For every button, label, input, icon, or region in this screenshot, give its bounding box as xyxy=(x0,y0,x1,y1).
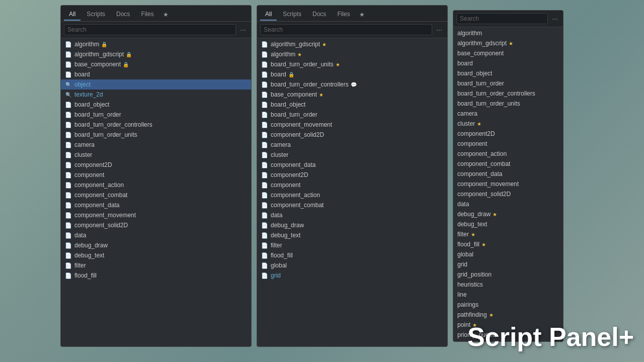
list-item[interactable]: flood_fill ★ xyxy=(453,239,563,249)
script-icon: 📄 xyxy=(65,202,72,209)
list-item[interactable]: 📄 debug_text xyxy=(61,250,251,260)
list-item[interactable]: 📄 component_data xyxy=(257,160,447,170)
list-item[interactable]: 📄 cluster xyxy=(61,150,251,160)
list-item[interactable]: 📄 component_action xyxy=(61,180,251,190)
list-item[interactable]: 📄 cluster xyxy=(257,150,447,160)
tab-docs-1[interactable]: Docs xyxy=(111,9,135,21)
list-item[interactable]: 📄 algorithm_gdscript ★ xyxy=(257,39,447,49)
list-item[interactable]: cluster ★ xyxy=(453,119,563,129)
list-item[interactable]: board xyxy=(453,58,563,68)
list-item[interactable]: 📄 component2D xyxy=(61,160,251,170)
list-item[interactable]: 📄 board 🔒 xyxy=(257,69,447,79)
list-item[interactable]: camera xyxy=(453,109,563,119)
list-item[interactable]: 📄 algorithm_gdscript 🔒 xyxy=(61,49,251,59)
list-item[interactable]: component_solid2D xyxy=(453,189,563,199)
list-item[interactable]: grid xyxy=(453,259,563,269)
list-item-texture2d[interactable]: 🔍 texture_2d xyxy=(61,89,251,100)
list-item[interactable]: algorithm xyxy=(453,28,563,38)
tab-scripts-1[interactable]: Scripts xyxy=(82,9,110,21)
list-item[interactable]: component2D xyxy=(453,129,563,139)
list-item[interactable]: component_action xyxy=(453,149,563,159)
list-item[interactable]: board_turn_order xyxy=(453,78,563,88)
list-item[interactable]: pairings xyxy=(453,300,563,310)
list-item-object[interactable]: 🔍 object xyxy=(61,79,251,89)
list-item[interactable]: grid_position xyxy=(453,269,563,280)
list-item[interactable]: 📄 board_turn_order_units ★ xyxy=(257,59,447,69)
list-item[interactable]: 📄 algorithm 🔒 xyxy=(61,39,251,49)
list-item[interactable]: 📄 filter xyxy=(257,240,447,250)
list-item[interactable]: 📄 component_solid2D xyxy=(257,130,447,140)
tab-files-1[interactable]: Files xyxy=(136,9,158,21)
list-item[interactable]: queue xyxy=(453,340,563,341)
list-item[interactable]: 📄 global xyxy=(257,260,447,270)
list-item[interactable]: 📄 board_turn_order xyxy=(61,110,251,120)
list-item[interactable]: algorithm_gdscript ★ xyxy=(453,38,563,48)
list-item[interactable]: line xyxy=(453,290,563,300)
tab-docs-2[interactable]: Docs xyxy=(307,9,331,21)
list-item[interactable]: 📄 component_movement xyxy=(61,210,251,220)
list-item[interactable]: 📄 board_turn_order_units xyxy=(61,130,251,140)
list-item[interactable]: global xyxy=(453,249,563,259)
list-item[interactable]: 📄 component_solid2D xyxy=(61,220,251,230)
panel-1-menu-btn[interactable]: ··· xyxy=(238,25,248,35)
list-item[interactable]: 📄 component xyxy=(61,170,251,180)
list-item[interactable]: base_component xyxy=(453,48,563,58)
search-input-3[interactable] xyxy=(456,13,548,24)
list-item[interactable]: component xyxy=(453,139,563,149)
panel-3: ··· algorithm algorithm_gdscript ★ base_… xyxy=(453,10,564,342)
list-item[interactable]: 📄 base_component ★ xyxy=(257,89,447,100)
list-item[interactable]: 📄 component_combat xyxy=(61,190,251,200)
list-item[interactable]: 📄 board_object xyxy=(61,100,251,110)
list-item[interactable]: 📄 filter xyxy=(61,260,251,270)
list-item[interactable]: board_turn_order_controllers xyxy=(453,88,563,99)
list-item[interactable]: board_object xyxy=(453,68,563,78)
list-item[interactable]: 📄 component_movement xyxy=(257,120,447,130)
search-input-2[interactable] xyxy=(260,24,432,35)
list-item[interactable]: 📄 component_data xyxy=(61,200,251,210)
list-item[interactable]: point ★ xyxy=(453,320,563,330)
list-item[interactable]: 📄 board xyxy=(61,69,251,79)
list-item[interactable]: 📄 component_action xyxy=(257,190,447,200)
list-item[interactable]: 📄 board_turn_order_controllers 💬 xyxy=(257,79,447,89)
list-item-grid[interactable]: 📄 grid xyxy=(257,270,447,281)
panel-3-menu-btn[interactable]: ··· xyxy=(550,14,560,24)
list-item[interactable]: heuristics xyxy=(453,280,563,290)
list-item[interactable]: debug_draw ★ xyxy=(453,209,563,219)
list-item[interactable]: priority_queue xyxy=(453,330,563,340)
list-item[interactable]: 📄 component xyxy=(257,180,447,190)
list-item[interactable]: 📄 algorithm ★ xyxy=(257,49,447,59)
list-item[interactable]: 📄 camera xyxy=(257,140,447,150)
list-item[interactable]: 📄 camera xyxy=(61,140,251,150)
list-item[interactable]: 📄 component_combat xyxy=(257,200,447,210)
list-item[interactable]: 📄 flood_fill xyxy=(257,250,447,260)
list-item[interactable]: board_turn_order_units xyxy=(453,99,563,109)
list-item[interactable]: 📄 data xyxy=(61,230,251,240)
tab-files-2[interactable]: Files xyxy=(332,9,355,21)
list-item[interactable]: component_movement xyxy=(453,179,563,189)
tab-all-1[interactable]: All xyxy=(64,9,80,21)
list-item[interactable]: 📄 flood_fill xyxy=(61,270,251,281)
tab-star-2[interactable]: ★ xyxy=(356,9,368,20)
tab-all-2[interactable]: All xyxy=(260,9,277,21)
list-item[interactable]: 📄 debug_draw xyxy=(61,240,251,250)
tab-scripts-2[interactable]: Scripts xyxy=(278,9,306,21)
script-icon: 📄 xyxy=(261,71,268,78)
list-item[interactable]: pathfinding ★ xyxy=(453,310,563,320)
list-item[interactable]: 📄 debug_draw xyxy=(257,220,447,230)
list-item[interactable]: filter ★ xyxy=(453,229,563,239)
list-item[interactable]: 📄 component2D xyxy=(257,170,447,180)
list-item[interactable]: 📄 board_turn_order_controllers xyxy=(61,120,251,130)
list-item[interactable]: component_combat xyxy=(453,159,563,169)
list-item[interactable]: 📄 board_object xyxy=(257,100,447,110)
search-input-1[interactable] xyxy=(64,24,236,35)
list-item[interactable]: 📄 data xyxy=(257,210,447,220)
panel-2-menu-btn[interactable]: ··· xyxy=(434,25,444,35)
list-item[interactable]: 📄 base_component 🔒 xyxy=(61,59,251,69)
list-item[interactable]: 📄 debug_text xyxy=(257,230,447,240)
script-icon: 📄 xyxy=(261,182,268,189)
tab-star-1[interactable]: ★ xyxy=(160,9,172,20)
list-item[interactable]: debug_text xyxy=(453,219,563,229)
list-item[interactable]: 📄 board_turn_order xyxy=(257,110,447,120)
list-item[interactable]: data xyxy=(453,199,563,209)
list-item[interactable]: component_data xyxy=(453,169,563,179)
